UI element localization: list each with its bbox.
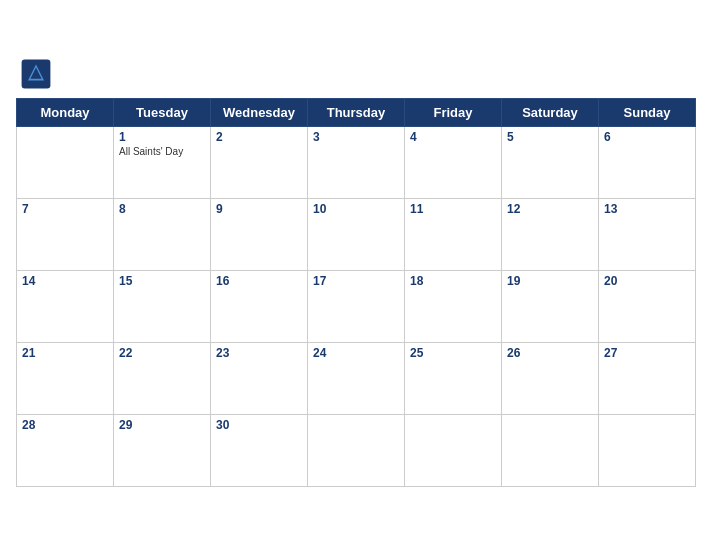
calendar-cell: 9 (211, 198, 308, 270)
calendar-cell: 5 (502, 126, 599, 198)
calendar-cell: 28 (17, 414, 114, 486)
calendar-cell: 14 (17, 270, 114, 342)
day-number: 6 (604, 130, 690, 144)
calendar-cell (599, 414, 696, 486)
day-number: 29 (119, 418, 205, 432)
calendar-week-row: 14151617181920 (17, 270, 696, 342)
calendar-cell: 30 (211, 414, 308, 486)
day-number: 19 (507, 274, 593, 288)
calendar-cell (405, 414, 502, 486)
calendar-cell: 18 (405, 270, 502, 342)
day-number: 13 (604, 202, 690, 216)
calendar-table: MondayTuesdayWednesdayThursdayFridaySatu… (16, 98, 696, 487)
day-number: 22 (119, 346, 205, 360)
calendar-cell: 6 (599, 126, 696, 198)
day-number: 17 (313, 274, 399, 288)
calendar-week-row: 21222324252627 (17, 342, 696, 414)
calendar-cell: 13 (599, 198, 696, 270)
calendar-cell: 2 (211, 126, 308, 198)
calendar-cell: 7 (17, 198, 114, 270)
calendar-cell: 16 (211, 270, 308, 342)
calendar-cell: 25 (405, 342, 502, 414)
day-number: 18 (410, 274, 496, 288)
calendar-cell: 4 (405, 126, 502, 198)
day-number: 1 (119, 130, 205, 144)
weekday-header-tuesday: Tuesday (114, 98, 211, 126)
logo-area (20, 58, 56, 90)
day-number: 24 (313, 346, 399, 360)
day-number: 27 (604, 346, 690, 360)
day-number: 3 (313, 130, 399, 144)
calendar-week-row: 1All Saints' Day23456 (17, 126, 696, 198)
day-number: 26 (507, 346, 593, 360)
day-number: 10 (313, 202, 399, 216)
day-number: 2 (216, 130, 302, 144)
calendar-cell: 3 (308, 126, 405, 198)
weekday-header-wednesday: Wednesday (211, 98, 308, 126)
day-number: 12 (507, 202, 593, 216)
calendar-cell: 10 (308, 198, 405, 270)
calendar-cell: 12 (502, 198, 599, 270)
calendar-container: MondayTuesdayWednesdayThursdayFridaySatu… (0, 48, 712, 503)
weekday-header-friday: Friday (405, 98, 502, 126)
calendar-header (16, 58, 696, 90)
calendar-cell (502, 414, 599, 486)
calendar-cell: 29 (114, 414, 211, 486)
weekday-header-sunday: Sunday (599, 98, 696, 126)
generalblue-logo-icon (20, 58, 52, 90)
day-number: 28 (22, 418, 108, 432)
calendar-cell (308, 414, 405, 486)
day-number: 16 (216, 274, 302, 288)
weekday-header-row: MondayTuesdayWednesdayThursdayFridaySatu… (17, 98, 696, 126)
calendar-cell: 15 (114, 270, 211, 342)
calendar-week-row: 78910111213 (17, 198, 696, 270)
calendar-cell: 22 (114, 342, 211, 414)
calendar-week-row: 282930 (17, 414, 696, 486)
day-number: 14 (22, 274, 108, 288)
calendar-cell: 20 (599, 270, 696, 342)
calendar-cell: 11 (405, 198, 502, 270)
day-number: 25 (410, 346, 496, 360)
day-number: 7 (22, 202, 108, 216)
calendar-cell: 8 (114, 198, 211, 270)
calendar-cell: 27 (599, 342, 696, 414)
day-number: 23 (216, 346, 302, 360)
day-event: All Saints' Day (119, 146, 205, 157)
calendar-cell (17, 126, 114, 198)
day-number: 4 (410, 130, 496, 144)
weekday-header-thursday: Thursday (308, 98, 405, 126)
calendar-cell: 1All Saints' Day (114, 126, 211, 198)
calendar-cell: 21 (17, 342, 114, 414)
calendar-cell: 24 (308, 342, 405, 414)
calendar-cell: 19 (502, 270, 599, 342)
weekday-header-saturday: Saturday (502, 98, 599, 126)
calendar-cell: 26 (502, 342, 599, 414)
day-number: 20 (604, 274, 690, 288)
day-number: 5 (507, 130, 593, 144)
day-number: 11 (410, 202, 496, 216)
day-number: 8 (119, 202, 205, 216)
day-number: 9 (216, 202, 302, 216)
day-number: 30 (216, 418, 302, 432)
day-number: 15 (119, 274, 205, 288)
day-number: 21 (22, 346, 108, 360)
calendar-cell: 23 (211, 342, 308, 414)
calendar-cell: 17 (308, 270, 405, 342)
weekday-header-monday: Monday (17, 98, 114, 126)
